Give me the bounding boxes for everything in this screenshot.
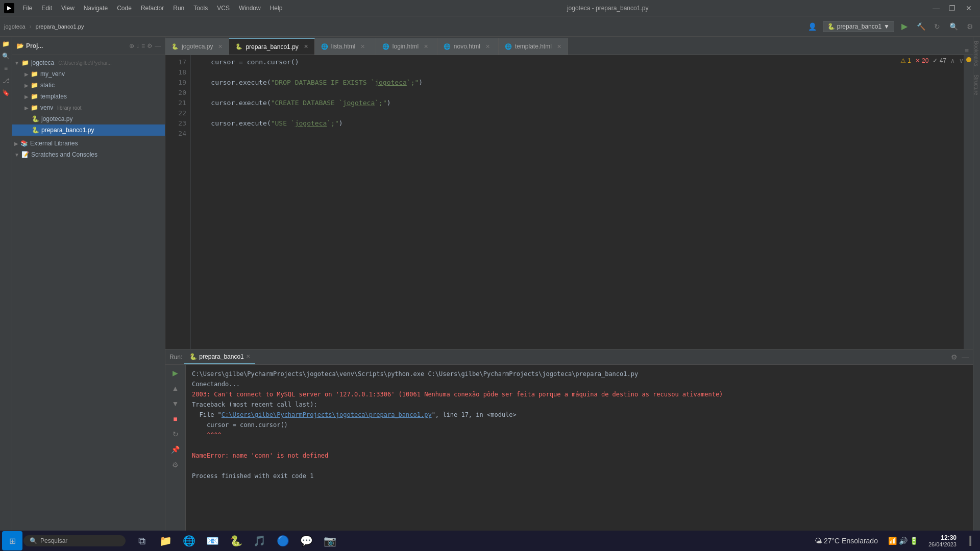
taskbar-app-files[interactable]: 📁 [154, 531, 177, 550]
close-button[interactable]: ✕ [962, 2, 976, 14]
code-content[interactable]: cursor = conn.cursor() cursor.execute("D… [191, 55, 964, 349]
menu-edit[interactable]: Edit [37, 3, 56, 14]
menu-run[interactable]: Run [169, 3, 188, 14]
activity-structure[interactable]: ≡ [1, 63, 11, 73]
refresh-button[interactable]: ↻ [931, 20, 943, 33]
tree-item-my-venv[interactable]: ▶ 📁 my_venv [12, 68, 165, 80]
run-tab-prepara-banco1[interactable]: 🐍 prepara_banco1 ✕ [184, 349, 255, 364]
search-icon: 🔍 [30, 537, 37, 544]
tab-list-icon[interactable]: ≡ [965, 46, 969, 55]
run-scroll-up[interactable]: ▲ [169, 382, 182, 394]
sidebar-icon-globe[interactable]: ⊕ [129, 42, 134, 49]
tab-jogoteca-py[interactable]: 🐍 jogoteca.py ✕ [165, 38, 229, 55]
minimize-button[interactable]: — [929, 2, 943, 14]
tree-label-my-venv: my_venv [40, 70, 65, 78]
warnings-indicator[interactable]: ⚠ 1 ✕ 20 ✓ 47 ∧ ∨ [900, 57, 964, 64]
sidebar-icon-collapse[interactable]: ↓ [136, 42, 139, 49]
run-settings-button[interactable]: ⚙ [169, 459, 182, 471]
output-file-link[interactable]: C:\Users\gilbe\PycharmProjects\jogoteca\… [222, 411, 432, 418]
tab-close-icon[interactable]: ✕ [424, 43, 428, 50]
menu-help[interactable]: Help [266, 3, 287, 14]
tab-label: jogoteca.py [182, 43, 213, 50]
maximize-button[interactable]: ❐ [945, 2, 960, 14]
code-line-22 [195, 108, 960, 118]
sidebar-icon-list[interactable]: ≡ [141, 42, 145, 49]
run-play-button[interactable]: ▶ [169, 367, 182, 379]
tab-close-icon[interactable]: ✕ [485, 43, 490, 50]
user-icon[interactable]: 👤 [806, 20, 819, 33]
tree-item-jogoteca-py[interactable]: 🐍 jogoteca.py [12, 113, 165, 124]
menu-window[interactable]: Window [235, 3, 265, 14]
tab-prepara-banco1-py[interactable]: 🐍 prepara_banco1.py ✕ [229, 38, 314, 55]
tab-close-icon[interactable]: ✕ [218, 43, 223, 50]
activity-bookmarks[interactable]: 🔖 [1, 88, 11, 98]
taskbar-app-task-view[interactable]: ⧉ [131, 531, 153, 550]
sidebar-icon-minimize[interactable]: — [155, 42, 161, 49]
network-icon[interactable]: 📶 [888, 537, 897, 545]
show-desktop-button[interactable] [963, 531, 978, 550]
run-pin-button[interactable]: 📌 [169, 443, 182, 456]
taskbar-app-browser[interactable]: 🔵 [272, 531, 294, 550]
settings-button[interactable]: ⚙ [964, 20, 976, 33]
tab-novo-html[interactable]: 🌐 novo.html ✕ [437, 38, 499, 55]
run-tab-close-icon[interactable]: ✕ [246, 354, 250, 359]
tree-item-templates[interactable]: ▶ 📁 templates [12, 91, 165, 102]
activity-git[interactable]: ⎇ [1, 76, 11, 86]
tree-item-venv[interactable]: ▶ 📁 venv library root [12, 102, 165, 113]
output-line: Conectando... [192, 379, 967, 389]
menu-file[interactable]: File [18, 3, 36, 14]
clock[interactable]: 12:30 26/04/2023 [924, 534, 961, 547]
tree-item-prepara-banco1-py[interactable]: 🐍 prepara_banco1.py [12, 124, 165, 136]
code-editor[interactable]: 17 18 19 20 21 22 23 24 cursor = conn.cu… [165, 55, 973, 349]
bookmarks-label[interactable]: Bookmarks [973, 37, 980, 70]
run-stop-button[interactable]: ■ [169, 413, 182, 425]
collapse-icon[interactable]: ∨ [959, 57, 964, 64]
menu-code[interactable]: Code [113, 3, 136, 14]
expand-icon[interactable]: ∧ [950, 57, 955, 64]
run-rerun-button[interactable]: ↻ [169, 428, 182, 440]
battery-icon[interactable]: 🔋 [910, 537, 918, 545]
tree-item-external-libs[interactable]: ▶ 📚 External Libraries [12, 138, 165, 149]
minimize-panel-icon[interactable]: — [962, 353, 969, 361]
run-scroll-down[interactable]: ▼ [169, 397, 182, 410]
line-number: 18 [169, 67, 186, 78]
taskbar-app-discord[interactable]: 💬 [295, 531, 317, 550]
output-line: cursor = conn.cursor() [192, 420, 967, 430]
build-button[interactable]: 🔨 [915, 20, 927, 33]
taskbar-app-camera[interactable]: 📷 [318, 531, 341, 550]
run-button[interactable]: ▶ [898, 20, 911, 33]
settings-icon[interactable]: ⚙ [951, 353, 958, 361]
line-number: 17 [169, 57, 186, 67]
taskbar-app-spotify[interactable]: 🎵 [248, 531, 271, 550]
tree-item-jogoteca[interactable]: ▼ 📁 jogoteca C:\Users\gilbe\Pychar... [12, 57, 165, 68]
search-button[interactable]: 🔍 [947, 20, 960, 33]
breadcrumb-separator: › [30, 23, 32, 30]
activity-project[interactable]: 📁 [1, 39, 11, 49]
structure-label[interactable]: Structure [973, 70, 980, 99]
taskbar-app-mail[interactable]: 📧 [201, 531, 224, 550]
tab-template-html[interactable]: 🌐 template.html ✕ [499, 38, 568, 55]
volume-icon[interactable]: 🔊 [899, 537, 908, 545]
menu-view[interactable]: View [57, 3, 79, 14]
menu-vcs[interactable]: VCS [213, 3, 234, 14]
activity-search[interactable]: 🔍 [1, 51, 11, 61]
tab-close-icon[interactable]: ✕ [557, 43, 561, 50]
start-button[interactable]: ⊞ [2, 531, 22, 550]
project-selector[interactable]: 🐍 prepara_banco1 ▼ [823, 21, 894, 32]
menu-refactor[interactable]: Refactor [137, 3, 168, 14]
taskbar-app-pycharm[interactable]: 🐍 [225, 531, 247, 550]
tab-close-icon[interactable]: ✕ [304, 43, 308, 50]
sidebar-icon-settings[interactable]: ⚙ [147, 42, 153, 49]
tree-item-static[interactable]: ▶ 📁 static [12, 80, 165, 91]
output-line [192, 440, 967, 450]
tree-item-scratches[interactable]: ▼ 📝 Scratches and Consoles [12, 149, 165, 160]
tab-close-icon[interactable]: ✕ [360, 43, 365, 50]
menu-navigate[interactable]: Navigate [80, 3, 112, 14]
tab-lista-html[interactable]: 🌐 lista.html ✕ [315, 38, 376, 55]
taskbar-search[interactable]: 🔍 Pesquisar [23, 535, 126, 546]
tab-login-html[interactable]: 🌐 login.html ✕ [376, 38, 437, 55]
menu-tools[interactable]: Tools [189, 3, 212, 14]
taskbar-app-edge[interactable]: 🌐 [178, 531, 200, 550]
tab-py-icon: 🐍 [172, 43, 179, 50]
sidebar-header: 📂 Proj... ⊕ ↓ ≡ ⚙ — [12, 37, 165, 55]
